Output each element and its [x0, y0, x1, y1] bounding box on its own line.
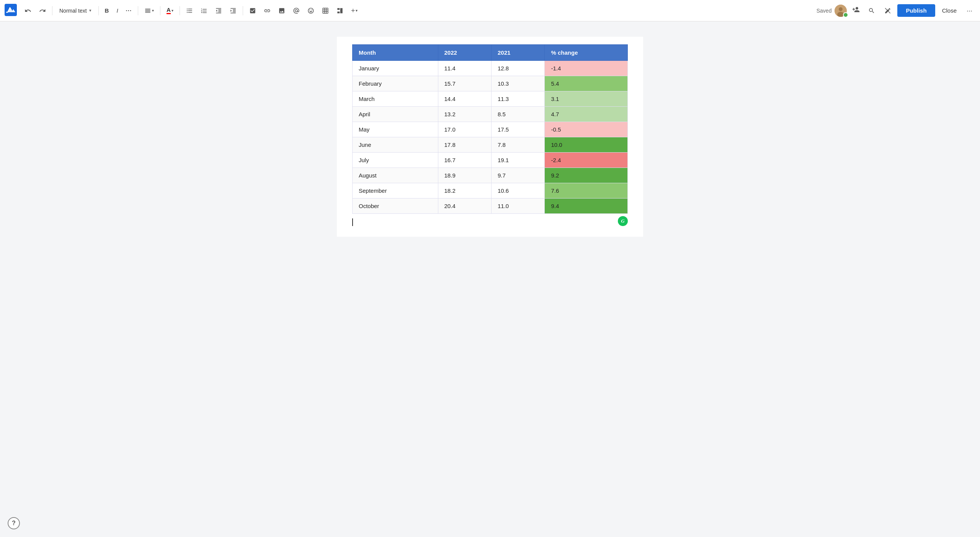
cell-v2022: 14.4: [438, 91, 491, 107]
numbered-list-button[interactable]: [198, 5, 211, 16]
cell-v2021: 8.5: [492, 107, 545, 122]
italic-button[interactable]: I: [113, 5, 121, 16]
table-row: April13.28.54.7: [353, 107, 628, 122]
cell-v2021: 17.5: [492, 122, 545, 137]
link-button[interactable]: [261, 5, 274, 16]
cell-month: July: [353, 153, 438, 168]
table-row: January11.412.8-1.4: [353, 61, 628, 76]
cell-v2021: 10.3: [492, 76, 545, 91]
chevron-down-icon: ▾: [89, 8, 91, 13]
cell-v2022: 13.2: [438, 107, 491, 122]
editor-area: Month 2022 2021 % change January11.412.8…: [0, 21, 980, 537]
search-button[interactable]: [865, 5, 878, 16]
divider-2: [98, 6, 99, 15]
cell-change: -0.5: [545, 122, 628, 137]
divider-1: [52, 6, 52, 15]
app-logo: [5, 4, 20, 18]
table-row: September18.210.67.6: [353, 183, 628, 199]
layout-button[interactable]: [333, 5, 346, 16]
cell-month: March: [353, 91, 438, 107]
cell-v2022: 20.4: [438, 199, 491, 214]
editor-content: Month 2022 2021 % change January11.412.8…: [337, 37, 643, 237]
cell-change: -2.4: [545, 153, 628, 168]
cell-month: May: [353, 122, 438, 137]
add-collaborator-button[interactable]: [850, 4, 862, 17]
bullet-list-button[interactable]: [183, 5, 196, 16]
text-cursor: [352, 218, 353, 226]
no-edit-button[interactable]: [881, 5, 894, 16]
editor-cursor-line[interactable]: [352, 214, 628, 229]
table-row: May17.017.5-0.5: [353, 122, 628, 137]
cell-v2021: 19.1: [492, 153, 545, 168]
table-header-row: Month 2022 2021 % change: [353, 45, 628, 61]
grammarly-icon[interactable]: [618, 216, 628, 226]
cell-change: 5.4: [545, 76, 628, 91]
cell-change: 3.1: [545, 91, 628, 107]
divider-6: [243, 6, 243, 15]
divider-3: [138, 6, 138, 15]
indent-button[interactable]: [227, 5, 240, 16]
emoji-button[interactable]: [304, 5, 317, 16]
divider-4: [160, 6, 160, 15]
cell-change: -1.4: [545, 61, 628, 76]
table-button[interactable]: [319, 5, 332, 16]
redo-button[interactable]: [36, 5, 49, 16]
avatar-wrap[interactable]: [835, 5, 847, 17]
cell-change: 7.6: [545, 183, 628, 199]
col-header-change: % change: [545, 45, 628, 61]
cell-v2021: 7.8: [492, 137, 545, 153]
insert-button[interactable]: + ▾: [348, 5, 361, 16]
cell-month: September: [353, 183, 438, 199]
close-button[interactable]: Close: [938, 5, 960, 16]
more-formatting-button[interactable]: ···: [123, 5, 135, 16]
cell-month: January: [353, 61, 438, 76]
table-row: June17.87.810.0: [353, 137, 628, 153]
undo-button[interactable]: [21, 5, 34, 16]
cell-v2022: 18.2: [438, 183, 491, 199]
cell-v2022: 17.8: [438, 137, 491, 153]
saved-label: Saved: [817, 8, 832, 14]
publish-button[interactable]: Publish: [897, 4, 935, 17]
cell-month: February: [353, 76, 438, 91]
cell-change: 9.4: [545, 199, 628, 214]
table-row: October20.411.09.4: [353, 199, 628, 214]
align-button[interactable]: ▾: [141, 5, 157, 16]
mention-button[interactable]: [290, 5, 303, 16]
cell-change: 10.0: [545, 137, 628, 153]
col-header-month: Month: [353, 45, 438, 61]
text-color-button[interactable]: A ▾: [163, 5, 176, 16]
col-header-2021: 2021: [492, 45, 545, 61]
help-button[interactable]: ?: [8, 517, 20, 529]
cell-month: June: [353, 137, 438, 153]
text-style-label: Normal text: [59, 8, 87, 14]
col-header-2022: 2022: [438, 45, 491, 61]
table-row: February15.710.35.4: [353, 76, 628, 91]
cell-change: 9.2: [545, 168, 628, 183]
cell-v2021: 11.3: [492, 91, 545, 107]
bold-button[interactable]: B: [102, 5, 112, 16]
table-row: August18.99.79.2: [353, 168, 628, 183]
text-style-dropdown[interactable]: Normal text ▾: [56, 5, 95, 16]
cell-change: 4.7: [545, 107, 628, 122]
cell-v2022: 15.7: [438, 76, 491, 91]
cell-v2022: 18.9: [438, 168, 491, 183]
more-options-button[interactable]: ···: [964, 6, 975, 16]
cell-v2021: 11.0: [492, 199, 545, 214]
task-list-button[interactable]: [246, 5, 259, 16]
svg-point-2: [839, 7, 843, 11]
toolbar: Normal text ▾ B I ··· ▾ A ▾: [0, 0, 980, 21]
table-row: March14.411.33.1: [353, 91, 628, 107]
outdent-button[interactable]: [212, 5, 225, 16]
cell-month: August: [353, 168, 438, 183]
cell-month: April: [353, 107, 438, 122]
cell-v2022: 17.0: [438, 122, 491, 137]
cell-v2022: 16.7: [438, 153, 491, 168]
cell-v2021: 9.7: [492, 168, 545, 183]
cell-v2021: 12.8: [492, 61, 545, 76]
avatar-badge: [843, 12, 848, 18]
data-table: Month 2022 2021 % change January11.412.8…: [352, 44, 628, 214]
toolbar-right: Saved Publish Close: [817, 4, 975, 17]
cell-month: October: [353, 199, 438, 214]
table-row: July16.719.1-2.4: [353, 153, 628, 168]
media-button[interactable]: [275, 5, 288, 16]
